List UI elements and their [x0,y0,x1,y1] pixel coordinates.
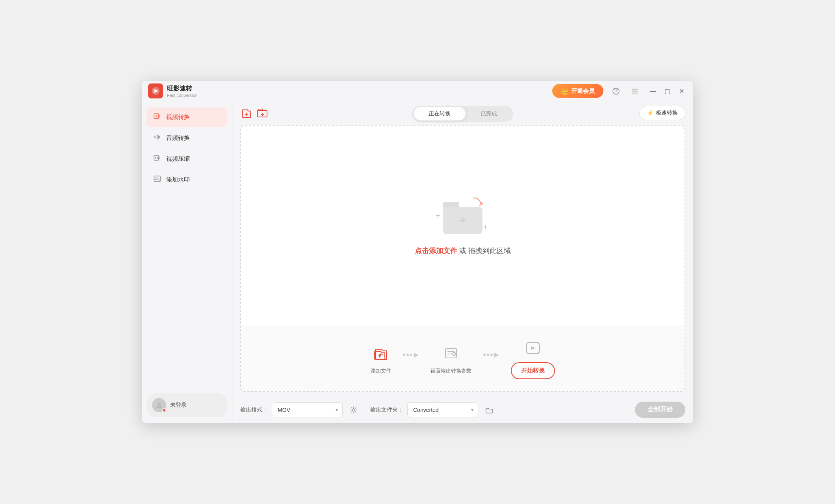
svg-point-12 [353,409,355,411]
tab-bar: 正在转换 已完成 [412,106,513,122]
folder-browse-button[interactable] [482,403,496,417]
step-set-params-icon [441,343,461,363]
crown-icon: 👑 [561,87,569,95]
format-select[interactable]: MOV MP4 AVI MKV WMV FLV GIF [272,402,343,417]
app-window: 旺影速转 Fast conversion 👑 开通会员 [142,81,693,423]
window-controls: — ▢ ✕ [648,85,687,96]
output-format-field: 输出格式： MOV MP4 AVI MKV WMV FLV GIF ▾ [240,402,361,417]
svg-point-8 [158,402,161,406]
sidebar-label-audio-convert: 音频转换 [166,134,190,142]
menu-button[interactable] [629,85,641,97]
step-set-params: 设置输出转换参数 [430,343,471,374]
svg-point-4 [156,115,158,117]
format-settings-button[interactable] [347,403,361,417]
logo-icon [148,83,163,98]
sidebar-label-video-compress: 视频压缩 [166,155,190,163]
audio-convert-icon [153,133,161,143]
add-folder-button[interactable] [256,107,269,119]
step-start-convert-icon [523,338,543,358]
svg-point-7 [156,178,157,179]
start-convert-button[interactable]: 开始转换 [511,362,555,379]
step-arrow-2: ▶ [483,351,499,358]
step-add-file-label: 添加文件 [371,367,391,374]
app-subtitle: Fast conversion [167,93,198,98]
folder-select-wrapper: Converted ▾ [407,402,478,417]
step-arrow-1: ▶ [403,351,419,358]
sidebar-item-video-convert[interactable]: 视频转换 [147,107,227,127]
svg-rect-9 [445,348,456,358]
step-start-convert[interactable]: 开始转换 [511,338,555,379]
add-file-button[interactable] [240,107,253,119]
drop-zone[interactable]: + + [240,125,685,392]
minimize-button[interactable]: — [648,85,659,96]
maximize-button[interactable]: ▢ [662,85,673,96]
add-watermark-icon [153,175,161,185]
step-set-params-label: 设置输出转换参数 [430,367,471,374]
output-folder-field: 输出文件夹： Converted ▾ [370,402,496,417]
user-area[interactable]: 未登录 [147,393,227,417]
step-add-file: 添加文件 [371,343,391,374]
tab-completed[interactable]: 已完成 [466,107,512,120]
svg-rect-6 [154,176,160,182]
sidebar-label-add-watermark: 添加水印 [166,176,190,183]
vip-button[interactable]: 👑 开通会员 [552,84,603,98]
sidebar-item-add-watermark[interactable]: 添加水印 [147,170,227,189]
drop-text: 点击添加文件 或 拖拽到此区域 [415,246,511,256]
folder-select[interactable]: Converted [407,402,478,417]
avatar-dot [162,408,166,412]
format-select-wrapper: MOV MP4 AVI MKV WMV FLV GIF ▾ [272,402,343,417]
step-add-file-icon [371,343,391,363]
folder-icon-container: + + [441,196,484,235]
close-button[interactable]: ✕ [676,85,687,96]
drop-zone-container: + + [232,125,693,396]
drop-area-bottom: 添加文件 ▶ [241,326,685,391]
plus-deco-right: + [483,223,488,232]
content-area: 正在转换 已完成 ⚡ 极速转换 + + [232,101,693,423]
folder-label: 输出文件夹： [370,406,403,413]
lightning-icon: ⚡ [647,110,653,116]
app-name: 旺影速转 [167,85,198,93]
sidebar: 视频转换 音频转换 视频压缩 [142,101,232,423]
toolbar: 正在转换 已完成 ⚡ 极速转换 [232,101,693,125]
app-logo: 旺影速转 Fast conversion [148,83,198,98]
plus-deco-left: + [436,211,440,220]
main-layout: 视频转换 音频转换 视频压缩 [142,101,693,423]
title-bar-right: 👑 开通会员 — ▢ ✕ [552,84,687,98]
video-compress-icon [153,154,161,164]
avatar [152,398,166,412]
title-bar: 旺影速转 Fast conversion 👑 开通会员 [142,81,693,101]
tab-converting[interactable]: 正在转换 [414,107,466,120]
start-all-button[interactable]: 全部开始 [635,402,685,418]
format-label: 输出格式： [240,406,268,413]
video-convert-icon [153,112,161,122]
sidebar-item-video-compress[interactable]: 视频压缩 [147,149,227,169]
help-button[interactable] [610,85,622,97]
sidebar-bottom: 未登录 [147,393,227,417]
sidebar-item-audio-convert[interactable]: 音频转换 [147,128,227,148]
bottom-bar: 输出格式： MOV MP4 AVI MKV WMV FLV GIF ▾ [232,396,693,423]
speed-convert-button[interactable]: ⚡ 极速转换 [639,106,685,120]
sidebar-label-video-convert: 视频转换 [166,113,190,121]
user-name: 未登录 [170,402,187,409]
drop-area-top[interactable]: + + [241,126,685,326]
